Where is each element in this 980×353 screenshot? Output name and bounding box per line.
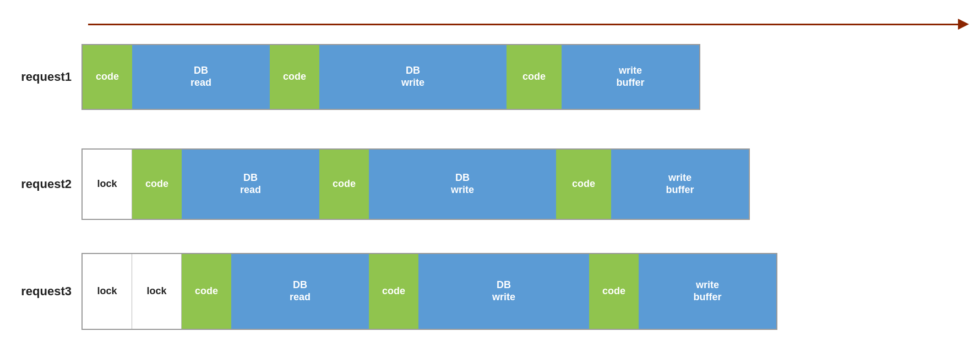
block-lock-0: lock [83,150,132,219]
row-label-2: request2 [0,177,81,191]
request-row-2: request2lockcodeDBreadcodeDBwritecodewri… [0,148,750,220]
row-label-3: request3 [0,284,81,299]
block-db-read-1: DBread [132,45,270,109]
block-db-write-4: DBwrite [369,150,556,219]
request-row-3: request3locklockcodeDBreadcodeDBwritecod… [0,253,777,330]
block-code-3: code [319,150,369,219]
block-code-6: code [589,254,639,329]
block-db-write-3: DBwrite [319,45,507,109]
blocks-container-3: locklockcodeDBreadcodeDBwritecodewritebu… [81,253,777,330]
blocks-container-1: codeDBreadcodeDBwritecodewritebuffer [81,44,700,110]
block-code-5: code [556,150,611,219]
row-label-1: request1 [0,70,81,84]
request-row-1: request1codeDBreadcodeDBwritecodewritebu… [0,44,700,110]
arrow-head [958,19,969,30]
timeline-arrow [88,21,969,27]
block-code-0: code [83,45,132,109]
block-write-buffer-7: writebuffer [639,254,776,329]
blocks-container-2: lockcodeDBreadcodeDBwritecodewritebuffer [81,148,750,220]
block-db-write-5: DBwrite [418,254,589,329]
block-code-2: code [270,45,319,109]
block-lock-1: lock [132,254,182,329]
block-write-buffer-5: writebuffer [562,45,699,109]
block-code-4: code [369,254,418,329]
block-write-buffer-6: writebuffer [611,150,749,219]
block-code-1: code [132,150,182,219]
block-db-read-2: DBread [182,150,319,219]
arrow-line [88,24,958,25]
block-code-2: code [182,254,231,329]
block-code-4: code [507,45,562,109]
block-lock-0: lock [83,254,132,329]
block-db-read-3: DBread [231,254,369,329]
